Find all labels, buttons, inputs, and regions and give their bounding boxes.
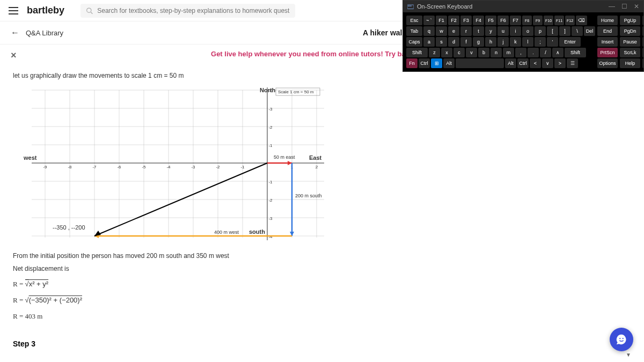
osk-key-space[interactable]	[456, 58, 504, 68]
osk-key-∧[interactable]: ∧	[552, 48, 564, 57]
osk-key-F12[interactable]: F12	[565, 16, 575, 25]
close-window-icon[interactable]: ✕	[634, 3, 639, 10]
osk-key-F9[interactable]: F9	[533, 16, 543, 25]
osk-key->[interactable]: >	[554, 58, 566, 68]
osk-key-/[interactable]: /	[540, 48, 551, 57]
osk-side-help[interactable]: Help	[620, 58, 640, 68]
osk-key-l[interactable]: l	[522, 37, 533, 47]
svg-text:-9: -9	[43, 165, 47, 169]
osk-key-u[interactable]: u	[497, 26, 509, 36]
osk-key-Enter[interactable]: Enter	[559, 37, 581, 47]
osk-key-y[interactable]: y	[485, 26, 496, 36]
osk-side-pause[interactable]: Pause	[620, 37, 640, 47]
svg-line-1	[91, 12, 92, 13]
osk-key-][interactable]: ]	[559, 26, 570, 36]
osk-key-F7[interactable]: F7	[510, 16, 521, 25]
osk-window: On-Screen Keyboard — ☐ ✕ Esc~ `F1F2F3F4F…	[402, 0, 644, 72]
osk-key-Tab[interactable]: Tab	[406, 26, 422, 36]
osk-key-Fn[interactable]: Fn	[406, 58, 418, 68]
osk-side-insert[interactable]: Insert	[597, 37, 618, 47]
osk-key-F4[interactable]: F4	[473, 16, 484, 25]
osk-key-;[interactable]: ;	[535, 37, 546, 47]
osk-key-j[interactable]: j	[497, 37, 509, 47]
osk-key-F1[interactable]: F1	[436, 16, 447, 25]
osk-side-options[interactable]: Options	[597, 58, 618, 68]
osk-key-~ `[interactable]: ~ `	[423, 16, 435, 25]
osk-key-h[interactable]: h	[485, 37, 496, 47]
osk-key-i[interactable]: i	[510, 26, 521, 36]
osk-key-m[interactable]: m	[503, 48, 514, 57]
osk-key-F6[interactable]: F6	[497, 16, 509, 25]
formula-1: R = √x² + y²	[13, 277, 631, 291]
osk-side-scrlk[interactable]: ScrLk	[620, 48, 640, 57]
osk-key-o[interactable]: o	[522, 26, 533, 36]
osk-key-w[interactable]: w	[436, 26, 447, 36]
osk-key-z[interactable]: z	[429, 48, 440, 57]
formula-2: R = √(−350)² + (−200)²	[13, 293, 631, 307]
osk-key-F2[interactable]: F2	[448, 16, 459, 25]
osk-side-end[interactable]: End	[597, 26, 618, 36]
svg-rect-63	[408, 6, 409, 7]
osk-key-f[interactable]: f	[460, 37, 472, 47]
osk-key-Alt[interactable]: Alt	[443, 58, 455, 68]
osk-key-⌫[interactable]: ⌫	[576, 16, 587, 25]
osk-key-∨[interactable]: ∨	[542, 58, 553, 68]
osk-side-home[interactable]: Home	[597, 16, 618, 25]
keyboard-icon	[407, 3, 414, 10]
svg-point-66	[619, 338, 620, 339]
osk-key-'[interactable]: '	[547, 37, 558, 47]
osk-key-s[interactable]: s	[436, 37, 447, 47]
svg-text:-2: -2	[268, 198, 273, 203]
osk-key-Shift[interactable]: Shift	[406, 48, 428, 57]
osk-key-v[interactable]: v	[466, 48, 477, 57]
osk-key-x[interactable]: x	[441, 48, 452, 57]
osk-key-,[interactable]: ,	[515, 48, 526, 57]
svg-text:south: south	[249, 228, 265, 235]
osk-key-g[interactable]: g	[473, 37, 484, 47]
osk-key-d[interactable]: d	[448, 37, 459, 47]
search-box[interactable]	[80, 4, 295, 18]
osk-key-.[interactable]: .	[528, 48, 539, 57]
svg-text:-6: -6	[117, 165, 121, 169]
osk-key-F5[interactable]: F5	[485, 16, 496, 25]
osk-key-r[interactable]: r	[460, 26, 472, 36]
osk-key-⊞[interactable]: ⊞	[431, 58, 442, 68]
osk-key-Ctrl[interactable]: Ctrl	[419, 58, 430, 68]
osk-key-[[interactable]: [	[547, 26, 558, 36]
osk-key-Alt[interactable]: Alt	[505, 58, 516, 68]
svg-text:west: west	[23, 154, 37, 161]
osk-key-Shift[interactable]: Shift	[565, 48, 586, 57]
osk-side-prtscn[interactable]: PrtScn	[597, 48, 618, 57]
osk-key-Del[interactable]: Del	[584, 26, 595, 36]
close-icon[interactable]: ×	[11, 50, 17, 61]
osk-key-p[interactable]: p	[535, 26, 546, 36]
page-down-arrow[interactable]: ▼	[626, 352, 631, 358]
osk-key-e[interactable]: e	[448, 26, 459, 36]
osk-key-n[interactable]: n	[491, 48, 502, 57]
osk-key-t[interactable]: t	[473, 26, 484, 36]
menu-icon[interactable]	[9, 7, 18, 14]
osk-key-k[interactable]: k	[510, 37, 521, 47]
osk-key-☰[interactable]: ☰	[567, 58, 578, 68]
osk-key-q[interactable]: q	[423, 26, 435, 36]
osk-key-c[interactable]: c	[453, 48, 465, 57]
osk-key-<[interactable]: <	[530, 58, 541, 68]
osk-key-Ctrl[interactable]: Ctrl	[517, 58, 529, 68]
breadcrumb[interactable]: Q&A Library	[26, 29, 63, 37]
osk-side-pgup[interactable]: PgUp	[620, 16, 640, 25]
osk-key-b[interactable]: b	[478, 48, 489, 57]
osk-side-pgdn[interactable]: PgDn	[620, 26, 640, 36]
minimize-icon[interactable]: —	[609, 3, 615, 10]
maximize-icon[interactable]: ☐	[621, 3, 627, 10]
osk-key-a[interactable]: a	[423, 37, 435, 47]
back-arrow-icon[interactable]: ←	[11, 28, 19, 38]
chat-fab[interactable]	[610, 328, 633, 351]
osk-key-Caps[interactable]: Caps	[406, 37, 422, 47]
osk-key-\[interactable]: \	[572, 26, 583, 36]
osk-key-F11[interactable]: F11	[554, 16, 564, 25]
osk-key-Esc[interactable]: Esc	[406, 16, 422, 25]
osk-key-F8[interactable]: F8	[522, 16, 532, 25]
osk-key-F10[interactable]: F10	[544, 16, 553, 25]
search-input[interactable]	[97, 7, 290, 14]
osk-key-F3[interactable]: F3	[460, 16, 472, 25]
